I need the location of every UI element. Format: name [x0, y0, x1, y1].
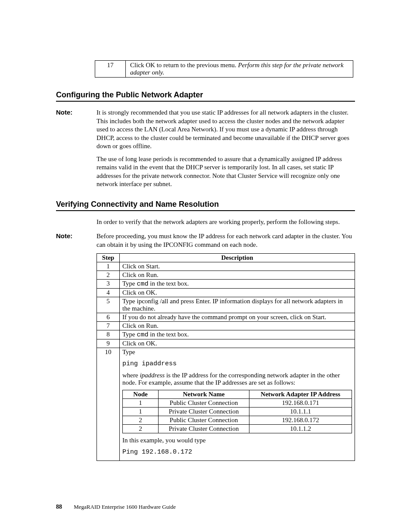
heading-verifying-connectivity: Verifying Connectivity and Name Resoluti…	[56, 200, 355, 211]
note-label: Note:	[56, 109, 97, 151]
footer-title: MegaRAID Enterprise 1600 Hardware Guide	[74, 504, 176, 510]
col-ip: Network Adapter IP Address	[249, 390, 352, 399]
step-description: Click on OK.	[120, 289, 355, 297]
step-number: 1	[97, 262, 120, 271]
cell: Private Cluster Connection	[159, 408, 249, 416]
step-description: Type ping ipaddress where ipaddress is t…	[120, 348, 355, 461]
code: ping ipaddress	[122, 360, 352, 367]
code: Ping 192.168.0.172	[122, 448, 352, 456]
cell: 192.168.0.172	[249, 416, 352, 425]
text: where ipaddress is the IP address for th…	[122, 372, 352, 386]
step-number: 5	[97, 297, 120, 313]
step-description: Click on Run.	[120, 271, 355, 280]
col-step: Step	[97, 254, 120, 262]
step-number: 3	[97, 280, 120, 289]
table-row: 9Click on OK.	[97, 339, 355, 348]
note-block: Note: Before proceeding, you must know t…	[56, 232, 355, 249]
table-row: 2Public Cluster Connection192.168.0.172	[123, 416, 352, 425]
cell: Public Cluster Connection	[159, 399, 249, 408]
col-node: Node	[123, 390, 159, 399]
note-text: It is strongly recommended that you use …	[97, 109, 355, 151]
step-number: 4	[97, 289, 120, 297]
table-row: 1Private Cluster Connection10.1.1.1	[123, 408, 352, 416]
note-label: Note:	[56, 232, 97, 249]
step-number: 9	[97, 339, 120, 348]
table-row: 17 Click OK to return to the previous me…	[95, 61, 353, 78]
step-description: Type ipconfig /all and press Enter. IP i…	[120, 297, 355, 313]
page: 17 Click OK to return to the previous me…	[0, 0, 411, 532]
step-17-table: 17 Click OK to return to the previous me…	[95, 60, 353, 78]
paragraph: The use of long lease periods is recomme…	[97, 155, 355, 189]
table-row: 3Type cmd in the text box.	[97, 280, 355, 289]
table-header-row: Node Network Name Network Adapter IP Add…	[123, 390, 352, 399]
text: In this example, you would type	[122, 437, 352, 444]
step-number: 2	[97, 271, 120, 280]
table-row: 5Type ipconfig /all and press Enter. IP …	[97, 297, 355, 313]
step-number: 10	[97, 348, 120, 461]
cell: 2	[123, 425, 159, 433]
cell: 2	[123, 416, 159, 425]
steps-table: Step Description 1Click on Start.2Click …	[97, 253, 355, 461]
step-description: Click on Run.	[120, 322, 355, 330]
table-row: 7Click on Run.	[97, 322, 355, 330]
step-description: Type cmd in the text box.	[120, 330, 355, 339]
cell: 192.168.0.171	[249, 399, 352, 408]
table-row: 4Click on OK.	[97, 289, 355, 297]
cell: Public Cluster Connection	[159, 416, 249, 425]
code: cmd	[137, 280, 149, 288]
text-italic: ipaddress	[140, 372, 165, 379]
cell: 1	[123, 399, 159, 408]
note-block: Note: It is strongly recommended that yo…	[56, 109, 355, 151]
code: cmd	[137, 331, 149, 339]
text: Type	[122, 331, 137, 338]
step-description: Click on OK.	[120, 339, 355, 348]
text: in the text box.	[149, 280, 189, 287]
step-number: 7	[97, 322, 120, 330]
text: where	[122, 372, 140, 379]
table-header-row: Step Description	[97, 254, 355, 262]
note-text: Before proceeding, you must know the IP …	[97, 232, 355, 249]
inner-ip-table: Node Network Name Network Adapter IP Add…	[122, 390, 352, 433]
text: Type	[122, 348, 352, 356]
text: Click OK to return to the previous menu.	[130, 62, 238, 68]
footer: 88 MegaRAID Enterprise 1600 Hardware Gui…	[56, 504, 176, 510]
col-description: Description	[120, 254, 355, 262]
step-description: Click OK to return to the previous menu.…	[126, 61, 353, 78]
page-number: 88	[56, 504, 62, 510]
step-description: Click on Start.	[120, 262, 355, 271]
step-number: 6	[97, 313, 120, 322]
step-description: If you do not already have the command p…	[120, 313, 355, 322]
table-row: 2Private Cluster Connection10.1.1.2	[123, 425, 352, 433]
step-description: Type cmd in the text box.	[120, 280, 355, 289]
paragraph: In order to verify that the network adap…	[97, 218, 355, 227]
step-number: 17	[95, 61, 126, 78]
table-row: 2Click on Run.	[97, 271, 355, 280]
cell: 10.1.1.1	[249, 408, 352, 416]
cell: Private Cluster Connection	[159, 425, 249, 433]
table-row: 6If you do not already have the command …	[97, 313, 355, 322]
table-row: 8Type cmd in the text box.	[97, 330, 355, 339]
text: Type	[122, 280, 137, 287]
col-network-name: Network Name	[159, 390, 249, 399]
table-row: 1Click on Start.	[97, 262, 355, 271]
table-row: 1Public Cluster Connection192.168.0.171	[123, 399, 352, 408]
step-number: 8	[97, 330, 120, 339]
cell: 10.1.1.2	[249, 425, 352, 433]
heading-configuring-public: Configuring the Public Network Adapter	[56, 90, 355, 102]
table-row: 10 Type ping ipaddress where ipaddress i…	[97, 348, 355, 461]
text: in the text box.	[149, 331, 189, 338]
cell: 1	[123, 408, 159, 416]
